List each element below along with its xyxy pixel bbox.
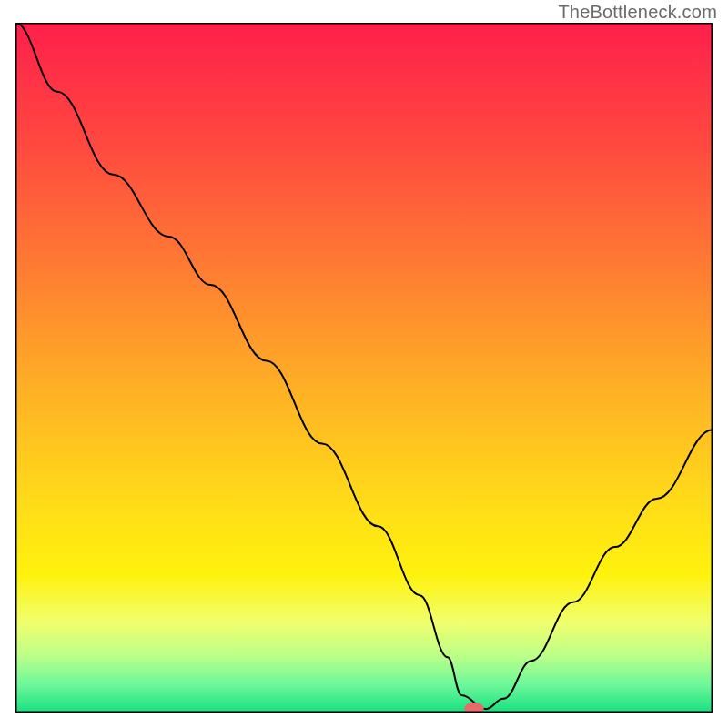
- bottleneck-chart: [15, 23, 713, 713]
- watermark-text: TheBottleneck.com: [558, 2, 717, 23]
- gradient-background: [15, 23, 713, 713]
- chart-svg: [15, 23, 713, 713]
